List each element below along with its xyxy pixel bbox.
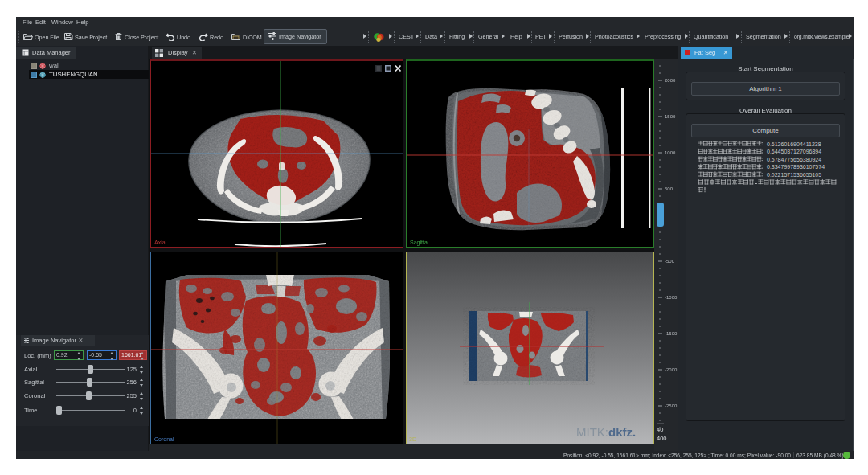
svg-text:0.6445037127096894: 0.6445037127096894 [767, 149, 821, 154]
svg-text:Coronal: Coronal [154, 436, 174, 442]
svg-text:1000: 1000 [665, 150, 676, 155]
svg-text:dkfz.: dkfz. [608, 425, 636, 439]
svg-text:0.33479978936107574: 0.33479978936107574 [767, 164, 825, 170]
svg-text:0.5784775656380924: 0.5784775656380924 [767, 157, 821, 162]
svg-text:0.0221571536655105: 0.0221571536655105 [767, 172, 821, 178]
svg-text:Axial: Axial [154, 240, 167, 245]
svg-text:Sagittal: Sagittal [410, 240, 429, 246]
svg-text:-500: -500 [665, 259, 675, 264]
svg-text:-1000: -1000 [665, 295, 678, 300]
svg-text:500: 500 [665, 186, 674, 191]
svg-text:-2500: -2500 [665, 403, 678, 408]
svg-text:2000: 2000 [665, 78, 676, 83]
svg-text:-2000: -2000 [665, 367, 678, 372]
svg-text:MITK:: MITK: [576, 425, 608, 439]
svg-text:1500: 1500 [665, 114, 676, 119]
svg-text:-1500: -1500 [665, 331, 678, 336]
svg-text:3D: 3D [409, 436, 416, 442]
svg-text:400: 400 [657, 435, 667, 442]
svg-text:0.6126016904411238: 0.6126016904411238 [767, 141, 821, 147]
svg-text:40: 40 [657, 426, 663, 433]
